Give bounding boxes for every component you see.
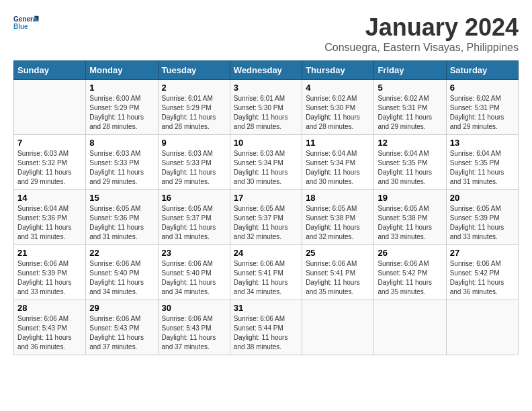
day-cell: 2Sunrise: 6:01 AM Sunset: 5:29 PM Daylig… [158, 80, 230, 135]
day-cell: 3Sunrise: 6:01 AM Sunset: 5:30 PM Daylig… [230, 80, 302, 135]
day-number: 22 [89, 248, 154, 258]
day-detail: Sunrise: 6:02 AM Sunset: 5:31 PM Dayligh… [450, 94, 515, 132]
day-detail: Sunrise: 6:04 AM Sunset: 5:35 PM Dayligh… [450, 149, 515, 187]
location-subtitle: Consuegra, Eastern Visayas, Philippines [324, 42, 519, 54]
day-number: 31 [234, 303, 298, 313]
day-detail: Sunrise: 6:06 AM Sunset: 5:42 PM Dayligh… [450, 259, 515, 297]
day-cell [302, 300, 374, 355]
day-detail: Sunrise: 6:04 AM Sunset: 5:34 PM Dayligh… [306, 149, 370, 187]
day-detail: Sunrise: 6:04 AM Sunset: 5:36 PM Dayligh… [17, 204, 82, 242]
header-friday: Friday [374, 61, 446, 80]
day-number: 8 [89, 138, 154, 148]
header-monday: Monday [86, 61, 158, 80]
day-cell: 8Sunrise: 6:03 AM Sunset: 5:33 PM Daylig… [86, 135, 158, 190]
day-number: 10 [234, 138, 298, 148]
day-detail: Sunrise: 6:03 AM Sunset: 5:32 PM Dayligh… [17, 149, 82, 187]
svg-text:Blue: Blue [13, 23, 28, 30]
day-detail: Sunrise: 6:05 AM Sunset: 5:38 PM Dayligh… [378, 204, 442, 242]
day-number: 20 [450, 193, 515, 203]
day-number: 23 [162, 248, 226, 258]
day-cell: 24Sunrise: 6:06 AM Sunset: 5:41 PM Dayli… [230, 245, 302, 300]
day-number: 2 [162, 83, 226, 93]
day-number: 30 [162, 303, 226, 313]
page-header: General Blue January 2024 Consuegra, Eas… [13, 13, 519, 54]
day-detail: Sunrise: 6:05 AM Sunset: 5:36 PM Dayligh… [89, 204, 154, 242]
day-number: 15 [89, 193, 154, 203]
day-cell: 20Sunrise: 6:05 AM Sunset: 5:39 PM Dayli… [446, 190, 518, 245]
day-cell: 16Sunrise: 6:05 AM Sunset: 5:37 PM Dayli… [158, 190, 230, 245]
day-number: 6 [450, 83, 515, 93]
week-row-4: 21Sunrise: 6:06 AM Sunset: 5:39 PM Dayli… [14, 245, 519, 300]
week-row-1: 1Sunrise: 6:00 AM Sunset: 5:29 PM Daylig… [14, 80, 519, 135]
day-number: 18 [306, 193, 370, 203]
week-row-3: 14Sunrise: 6:04 AM Sunset: 5:36 PM Dayli… [14, 190, 519, 245]
day-detail: Sunrise: 6:04 AM Sunset: 5:35 PM Dayligh… [378, 149, 442, 187]
day-number: 28 [17, 303, 82, 313]
day-detail: Sunrise: 6:05 AM Sunset: 5:37 PM Dayligh… [162, 204, 226, 242]
day-cell: 15Sunrise: 6:05 AM Sunset: 5:36 PM Dayli… [86, 190, 158, 245]
day-number: 16 [162, 193, 226, 203]
logo-icon: General Blue [13, 13, 40, 34]
day-cell: 13Sunrise: 6:04 AM Sunset: 5:35 PM Dayli… [446, 135, 518, 190]
day-detail: Sunrise: 6:06 AM Sunset: 5:42 PM Dayligh… [378, 259, 442, 297]
day-cell [446, 300, 518, 355]
header-sunday: Sunday [14, 61, 86, 80]
day-cell: 1Sunrise: 6:00 AM Sunset: 5:29 PM Daylig… [86, 80, 158, 135]
day-cell: 17Sunrise: 6:05 AM Sunset: 5:37 PM Dayli… [230, 190, 302, 245]
day-cell: 25Sunrise: 6:06 AM Sunset: 5:41 PM Dayli… [302, 245, 374, 300]
day-number: 25 [306, 248, 370, 258]
day-cell: 5Sunrise: 6:02 AM Sunset: 5:31 PM Daylig… [374, 80, 446, 135]
day-number: 7 [17, 138, 82, 148]
header-thursday: Thursday [302, 61, 374, 80]
day-number: 21 [17, 248, 82, 258]
day-detail: Sunrise: 6:02 AM Sunset: 5:30 PM Dayligh… [306, 94, 370, 132]
day-cell [374, 300, 446, 355]
month-year-title: January 2024 [324, 13, 519, 42]
day-number: 4 [306, 83, 370, 93]
week-row-2: 7Sunrise: 6:03 AM Sunset: 5:32 PM Daylig… [14, 135, 519, 190]
calendar-header-row: SundayMondayTuesdayWednesdayThursdayFrid… [14, 61, 519, 80]
day-number: 24 [234, 248, 298, 258]
day-number: 13 [450, 138, 515, 148]
day-detail: Sunrise: 6:00 AM Sunset: 5:29 PM Dayligh… [89, 94, 154, 132]
day-detail: Sunrise: 6:06 AM Sunset: 5:41 PM Dayligh… [234, 259, 298, 297]
day-detail: Sunrise: 6:06 AM Sunset: 5:40 PM Dayligh… [89, 259, 154, 297]
day-number: 3 [234, 83, 298, 93]
day-cell: 23Sunrise: 6:06 AM Sunset: 5:40 PM Dayli… [158, 245, 230, 300]
day-detail: Sunrise: 6:06 AM Sunset: 5:43 PM Dayligh… [162, 314, 226, 352]
day-number: 29 [89, 303, 154, 313]
day-cell: 28Sunrise: 6:06 AM Sunset: 5:43 PM Dayli… [14, 300, 86, 355]
day-detail: Sunrise: 6:06 AM Sunset: 5:43 PM Dayligh… [89, 314, 154, 352]
day-detail: Sunrise: 6:01 AM Sunset: 5:29 PM Dayligh… [162, 94, 226, 132]
day-cell: 21Sunrise: 6:06 AM Sunset: 5:39 PM Dayli… [14, 245, 86, 300]
day-cell: 22Sunrise: 6:06 AM Sunset: 5:40 PM Dayli… [86, 245, 158, 300]
day-cell: 27Sunrise: 6:06 AM Sunset: 5:42 PM Dayli… [446, 245, 518, 300]
day-cell: 4Sunrise: 6:02 AM Sunset: 5:30 PM Daylig… [302, 80, 374, 135]
day-detail: Sunrise: 6:02 AM Sunset: 5:31 PM Dayligh… [378, 94, 442, 132]
day-cell: 29Sunrise: 6:06 AM Sunset: 5:43 PM Dayli… [86, 300, 158, 355]
day-cell: 7Sunrise: 6:03 AM Sunset: 5:32 PM Daylig… [14, 135, 86, 190]
logo: General Blue [13, 13, 40, 34]
header-saturday: Saturday [446, 61, 518, 80]
day-detail: Sunrise: 6:05 AM Sunset: 5:37 PM Dayligh… [234, 204, 298, 242]
day-number: 1 [89, 83, 154, 93]
header-tuesday: Tuesday [158, 61, 230, 80]
header-wednesday: Wednesday [230, 61, 302, 80]
day-number: 17 [234, 193, 298, 203]
day-number: 5 [378, 83, 442, 93]
day-cell: 18Sunrise: 6:05 AM Sunset: 5:38 PM Dayli… [302, 190, 374, 245]
day-cell: 26Sunrise: 6:06 AM Sunset: 5:42 PM Dayli… [374, 245, 446, 300]
day-detail: Sunrise: 6:06 AM Sunset: 5:41 PM Dayligh… [306, 259, 370, 297]
day-detail: Sunrise: 6:06 AM Sunset: 5:39 PM Dayligh… [17, 259, 82, 297]
day-detail: Sunrise: 6:03 AM Sunset: 5:33 PM Dayligh… [89, 149, 154, 187]
day-detail: Sunrise: 6:03 AM Sunset: 5:33 PM Dayligh… [162, 149, 226, 187]
day-cell: 6Sunrise: 6:02 AM Sunset: 5:31 PM Daylig… [446, 80, 518, 135]
day-detail: Sunrise: 6:06 AM Sunset: 5:44 PM Dayligh… [234, 314, 298, 352]
day-number: 26 [378, 248, 442, 258]
day-cell: 31Sunrise: 6:06 AM Sunset: 5:44 PM Dayli… [230, 300, 302, 355]
day-detail: Sunrise: 6:03 AM Sunset: 5:34 PM Dayligh… [234, 149, 298, 187]
day-detail: Sunrise: 6:05 AM Sunset: 5:39 PM Dayligh… [450, 204, 515, 242]
day-cell: 14Sunrise: 6:04 AM Sunset: 5:36 PM Dayli… [14, 190, 86, 245]
day-detail: Sunrise: 6:05 AM Sunset: 5:38 PM Dayligh… [306, 204, 370, 242]
week-row-5: 28Sunrise: 6:06 AM Sunset: 5:43 PM Dayli… [14, 300, 519, 355]
